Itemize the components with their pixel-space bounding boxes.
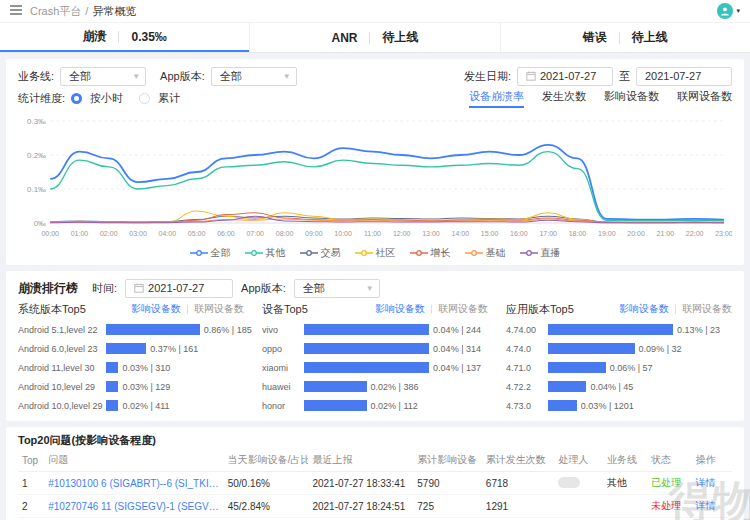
- bar-track: 0.03% | 310: [106, 362, 244, 373]
- tab-affected-devices[interactable]: 影响设备数: [131, 302, 181, 316]
- breadcrumb-app[interactable]: Crash平台: [30, 5, 81, 17]
- legend-label: 基础: [486, 246, 506, 260]
- select-value: 全部: [69, 70, 91, 82]
- bar: [548, 324, 673, 335]
- tab-anr[interactable]: ANR 待上线: [249, 23, 499, 52]
- legend-marker-icon: [520, 249, 538, 257]
- business-line-select[interactable]: 全部▼: [60, 67, 146, 86]
- issue-link[interactable]: #10270746 11 (SIGSEGV)-1 (SEGV_MAPERR): [48, 501, 220, 512]
- svg-text:23:00: 23:00: [715, 230, 732, 237]
- app-version-select[interactable]: 全部▼: [211, 67, 297, 86]
- top5-bar-row: Android 10,level 290.03% | 129: [18, 377, 244, 396]
- radio-hourly-label[interactable]: 按小时: [90, 91, 123, 106]
- legend-item[interactable]: 交易: [300, 246, 341, 260]
- detail-link[interactable]: 详情: [696, 477, 716, 488]
- bar-value: 0.04% | 314: [433, 344, 481, 354]
- tab-affected-devices[interactable]: 影响设备数: [619, 302, 669, 316]
- svg-text:05:00: 05:00: [188, 230, 206, 237]
- legend-item[interactable]: 基础: [465, 246, 506, 260]
- ranking-app-version-select[interactable]: 全部▼: [294, 279, 380, 298]
- svg-text:07:00: 07:00: [246, 230, 264, 237]
- legend-item[interactable]: 社区: [355, 246, 396, 260]
- metric-tab[interactable]: 发生次数: [542, 89, 586, 108]
- date-from-value: 2021-07-27: [540, 70, 596, 82]
- tab-error[interactable]: 错误 待上线: [500, 23, 750, 52]
- svg-text:04:00: 04:00: [159, 230, 177, 237]
- top5-bar-row: vivo0.04% | 244: [262, 320, 488, 339]
- metric-tab[interactable]: 联网设备数: [677, 89, 732, 108]
- legend-marker-icon: [300, 249, 318, 257]
- svg-text:22:00: 22:00: [686, 230, 704, 237]
- cell-issue: #10270746 11 (SIGSEGV)-1 (SEGV_MAPERR): [44, 495, 224, 518]
- column-header: 业务线: [603, 449, 647, 472]
- bar-label: 4.73.0: [506, 401, 548, 411]
- top5-group: 系统版本Top5 影响设备数联网设备数 Android 5.1,level 22…: [18, 301, 244, 415]
- column-header: 操作: [692, 449, 732, 472]
- chevron-down-icon: ▼: [283, 68, 291, 85]
- ranking-date-value: 2021-07-27: [148, 282, 204, 294]
- bar-value: 0.02% | 112: [371, 401, 418, 411]
- tab-value: 0.35‰: [131, 30, 166, 44]
- bar-track: 0.02% | 411: [106, 400, 244, 411]
- radio-hourly[interactable]: [71, 93, 82, 104]
- metric-tab[interactable]: 影响设备数: [604, 89, 659, 108]
- date-to-input[interactable]: 2021-07-27: [636, 67, 732, 86]
- chevron-down-icon: ▼: [366, 280, 374, 297]
- bar-value: 0.06% | 57: [610, 363, 653, 373]
- cell-action: 详情: [692, 472, 732, 495]
- bar-label: oppo: [262, 344, 304, 354]
- select-value: 全部: [303, 282, 325, 294]
- tab-crash[interactable]: 崩溃 0.35‰: [0, 23, 249, 52]
- legend-item[interactable]: 增长: [410, 246, 451, 260]
- bar-value: 0.37% | 161: [150, 344, 198, 354]
- date-from-input[interactable]: 2021-07-27: [517, 67, 613, 86]
- top5-bar-row: oppo0.04% | 314: [262, 339, 488, 358]
- legend-item[interactable]: 直播: [520, 246, 561, 260]
- svg-text:06:00: 06:00: [217, 230, 235, 237]
- ranking-time-label: 时间:: [92, 281, 117, 296]
- legend-item[interactable]: 全部: [190, 246, 231, 260]
- user-menu[interactable]: ▾: [717, 3, 740, 19]
- metric-tab[interactable]: 设备崩溃率: [469, 89, 524, 108]
- radio-cumulative[interactable]: [139, 93, 150, 104]
- bar-value: 0.02% | 411: [122, 401, 169, 411]
- detail-link[interactable]: 详情: [696, 500, 716, 511]
- tab-affected-devices[interactable]: 影响设备数: [375, 302, 425, 316]
- tab-online-devices[interactable]: 联网设备数: [682, 302, 732, 316]
- cell-handler: [554, 495, 602, 518]
- tab-online-devices[interactable]: 联网设备数: [194, 302, 244, 316]
- bar-value: 0.13% | 23: [677, 325, 720, 335]
- tab-online-devices[interactable]: 联网设备数: [438, 302, 488, 316]
- svg-text:14:00: 14:00: [452, 230, 470, 237]
- ranking-card: 崩溃排行榜 时间: 2021-07-27 App版本: 全部▼ 系统版本Top5…: [6, 271, 744, 421]
- bar-value: 0.09% | 32: [639, 344, 682, 354]
- top5-bar-row: 4.74.00.09% | 32: [506, 339, 732, 358]
- menu-collapse-icon[interactable]: [10, 5, 22, 17]
- legend-item[interactable]: 其他: [245, 246, 286, 260]
- avatar[interactable]: [717, 3, 733, 19]
- legend-label: 直播: [541, 246, 561, 260]
- cell-total-count: 1291: [482, 495, 555, 518]
- svg-text:15:00: 15:00: [481, 230, 499, 237]
- handler-tag[interactable]: [558, 477, 580, 488]
- svg-text:18:00: 18:00: [569, 230, 587, 237]
- svg-text:11:00: 11:00: [364, 230, 381, 237]
- bar: [106, 343, 146, 354]
- bar-value: 0.03% | 310: [122, 363, 170, 373]
- tab-label: ANR: [331, 31, 357, 45]
- date-to-value: 2021-07-27: [645, 70, 701, 82]
- table-row: 1#10130100 6 (SIGABRT)--6 (SI_TKILL)50/0…: [18, 472, 732, 495]
- radio-cumulative-label[interactable]: 累计: [158, 91, 180, 106]
- bar-track: 0.09% | 32: [548, 343, 732, 354]
- cell-last-report: 2021-07-27 18:24:51: [308, 495, 413, 518]
- top5-group: 应用版本Top5 影响设备数联网设备数 4.74.000.13% | 234.7…: [506, 301, 732, 415]
- ranking-date-input[interactable]: 2021-07-27: [125, 279, 233, 298]
- bar-value: 0.02% | 386: [371, 382, 419, 392]
- bar-label: Android 6.0,level 23: [18, 344, 106, 354]
- issue-link[interactable]: #10130100 6 (SIGABRT)--6 (SI_TKILL): [48, 478, 220, 489]
- svg-text:08:00: 08:00: [276, 230, 294, 237]
- top5-bar-row: Android 5.1,level 220.86% | 185: [18, 320, 244, 339]
- tab-value: 待上线: [632, 29, 668, 46]
- bar-label: 4.72.2: [506, 382, 548, 392]
- breadcrumb-separator: /: [85, 5, 88, 17]
